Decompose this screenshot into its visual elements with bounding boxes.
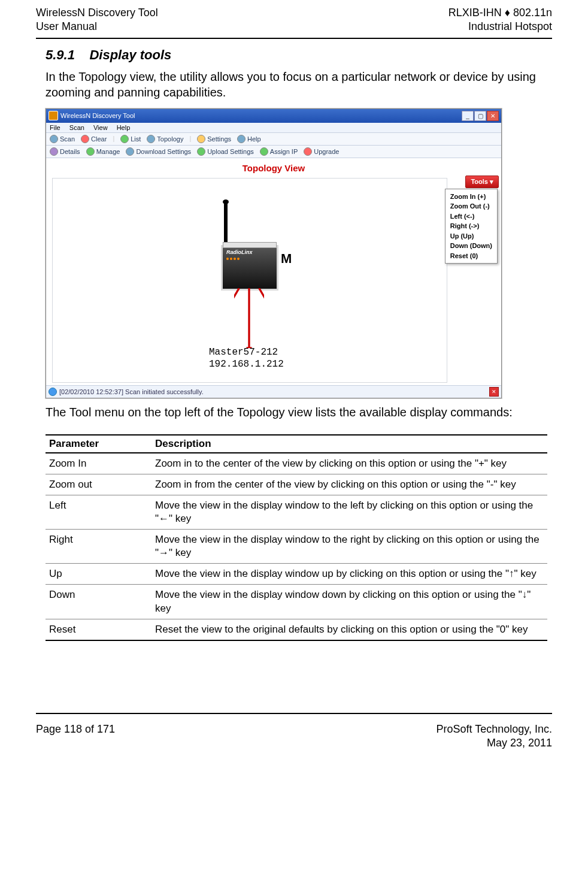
upload-icon bbox=[197, 147, 205, 156]
header-left-line1: WirelessN Discovery Tool bbox=[36, 6, 158, 20]
table-row: Zoom InZoom in to the center of the view… bbox=[46, 453, 547, 474]
ip-icon bbox=[260, 147, 268, 156]
toolbar-help[interactable]: Help bbox=[237, 135, 261, 143]
network-node[interactable]: RadioLinx M Master57-212 bbox=[221, 245, 278, 291]
tools-zoom-out[interactable]: Zoom Out (-) bbox=[450, 201, 492, 211]
connection-arrows-icon bbox=[234, 288, 264, 348]
gear-icon bbox=[197, 135, 205, 143]
menu-view[interactable]: View bbox=[93, 124, 108, 131]
toolbar-clear[interactable]: Clear bbox=[81, 135, 107, 143]
topology-icon bbox=[147, 135, 155, 143]
manage-icon bbox=[86, 147, 95, 156]
maximize-button[interactable]: ▢ bbox=[474, 111, 486, 121]
tools-dropdown-menu: Zoom In (+) Zoom Out (-) Left (<-) Right… bbox=[445, 189, 498, 264]
window-titlebar: WirelessN Discovery Tool _ ▢ ✕ bbox=[46, 109, 501, 123]
download-icon bbox=[126, 147, 134, 156]
table-row: RightMove the view in the display window… bbox=[46, 530, 547, 564]
header-right-line1: RLXIB-IHN ♦ 802.11n bbox=[448, 6, 552, 20]
toolbar-details[interactable]: Details bbox=[50, 147, 80, 156]
menu-bar: File Scan View Help bbox=[46, 123, 501, 133]
cell-param: Zoom In bbox=[46, 453, 151, 474]
menu-file[interactable]: File bbox=[50, 124, 60, 131]
toolbar-upload-settings[interactable]: Upload Settings bbox=[197, 147, 254, 156]
after-image-paragraph: The Tool menu on the top left of the Top… bbox=[46, 404, 547, 420]
footer-right-line2: May 23, 2011 bbox=[437, 736, 552, 750]
section-number: 5.9.1 bbox=[46, 47, 75, 62]
cell-param: Reset bbox=[46, 619, 151, 640]
tools-reset[interactable]: Reset (0) bbox=[450, 251, 492, 261]
tools-left[interactable]: Left (<-) bbox=[450, 211, 492, 222]
th-parameter: Parameter bbox=[46, 435, 151, 453]
toolbar-settings[interactable]: Settings bbox=[197, 135, 231, 143]
search-icon bbox=[50, 135, 58, 143]
toolbar-download-settings[interactable]: Download Settings bbox=[126, 147, 191, 156]
list-icon bbox=[120, 135, 129, 143]
section-title-text: Display tools bbox=[89, 47, 171, 62]
app-screenshot: WirelessN Discovery Tool _ ▢ ✕ File Scan… bbox=[46, 108, 502, 398]
header-left-line2: User Manual bbox=[36, 20, 158, 34]
table-row: Zoom outZoom in from the center of the v… bbox=[46, 474, 547, 495]
cell-param: Right bbox=[46, 530, 151, 564]
page-header: WirelessN Discovery Tool User Manual RLX… bbox=[36, 6, 552, 34]
header-left: WirelessN Discovery Tool User Manual bbox=[36, 6, 158, 34]
th-description: Description bbox=[151, 435, 547, 453]
parameters-table: Parameter Description Zoom InZoom in to … bbox=[46, 434, 547, 641]
minimize-button[interactable]: _ bbox=[462, 111, 474, 121]
cell-param: Zoom out bbox=[46, 474, 151, 495]
node-ip-label: 192.168.1.212 bbox=[209, 359, 284, 370]
toolbar-upgrade[interactable]: Upgrade bbox=[304, 147, 339, 156]
cell-desc: Move the view in the display window to t… bbox=[151, 495, 547, 529]
table-row: UpMove the view in the display window up… bbox=[46, 564, 547, 585]
cell-desc: Move the view in the display window to t… bbox=[151, 530, 547, 564]
content-area: 5.9.1 Display tools In the Topology view… bbox=[36, 47, 552, 641]
cell-desc: Reset the view to the original defaults … bbox=[151, 619, 547, 640]
toolbar-scan[interactable]: Scan bbox=[50, 135, 75, 143]
header-separator bbox=[36, 38, 552, 39]
tools-zoom-in[interactable]: Zoom In (+) bbox=[450, 192, 492, 202]
tools-button[interactable]: Tools ▾ bbox=[465, 176, 499, 188]
menu-scan[interactable]: Scan bbox=[69, 124, 84, 131]
toolbar-topology[interactable]: Topology bbox=[147, 135, 183, 143]
toolbar-list[interactable]: List bbox=[120, 135, 141, 143]
antenna-icon bbox=[224, 203, 228, 244]
section-heading: 5.9.1 Display tools bbox=[46, 47, 547, 63]
toolbar-secondary: Details Manage Download Settings Upload … bbox=[46, 146, 501, 158]
footer-left: Page 118 of 171 bbox=[36, 722, 115, 751]
cell-param: Left bbox=[46, 495, 151, 529]
window-title: WirelessN Discovery Tool bbox=[60, 112, 135, 119]
window-buttons: _ ▢ ✕ bbox=[462, 111, 499, 121]
header-right: RLXIB-IHN ♦ 802.11n Industrial Hotspot bbox=[448, 6, 552, 34]
tools-right[interactable]: Right (->) bbox=[450, 221, 492, 231]
table-row: LeftMove the view in the display window … bbox=[46, 495, 547, 529]
details-icon bbox=[50, 147, 58, 156]
table-row: DownMove the view in the display window … bbox=[46, 585, 547, 619]
device-brand: RadioLinx bbox=[226, 249, 253, 255]
cell-desc: Zoom in to the center of the view by cli… bbox=[151, 453, 547, 474]
view-title: Topology View bbox=[46, 158, 501, 176]
eraser-icon bbox=[81, 135, 89, 143]
toolbar-primary: Scan Clear | List Topology | Settings He… bbox=[46, 133, 501, 146]
menu-help[interactable]: Help bbox=[117, 124, 131, 131]
footer-separator bbox=[36, 713, 552, 714]
page-footer: Page 118 of 171 ProSoft Technology, Inc.… bbox=[36, 722, 552, 751]
upgrade-icon bbox=[304, 147, 312, 156]
tools-up[interactable]: Up (Up) bbox=[450, 231, 492, 241]
status-close-icon[interactable]: ✕ bbox=[489, 387, 499, 397]
toolbar-manage[interactable]: Manage bbox=[86, 147, 120, 156]
toolbar-assign-ip[interactable]: Assign IP bbox=[260, 147, 298, 156]
header-right-line2: Industrial Hotspot bbox=[448, 20, 552, 34]
footer-right: ProSoft Technology, Inc. May 23, 2011 bbox=[437, 722, 552, 751]
tools-down[interactable]: Down (Down) bbox=[450, 241, 492, 251]
status-bar: [02/02/2010 12:52:37] Scan initiated suc… bbox=[46, 385, 501, 398]
node-name-label: Master57-212 bbox=[209, 347, 278, 358]
table-row: ResetReset the view to the original defa… bbox=[46, 619, 547, 640]
node-role-label: M bbox=[281, 251, 292, 267]
intro-paragraph: In the Topology view, the utility allows… bbox=[46, 69, 547, 100]
cell-param: Up bbox=[46, 564, 151, 585]
cell-desc: Move the view in the display window down… bbox=[151, 585, 547, 619]
status-text: [02/02/2010 12:52:37] Scan initiated suc… bbox=[59, 388, 204, 395]
device-icon: RadioLinx bbox=[221, 245, 278, 291]
footer-right-line1: ProSoft Technology, Inc. bbox=[437, 722, 552, 736]
close-button[interactable]: ✕ bbox=[487, 111, 499, 121]
topology-canvas[interactable]: RadioLinx M Master57-212 bbox=[46, 176, 501, 385]
